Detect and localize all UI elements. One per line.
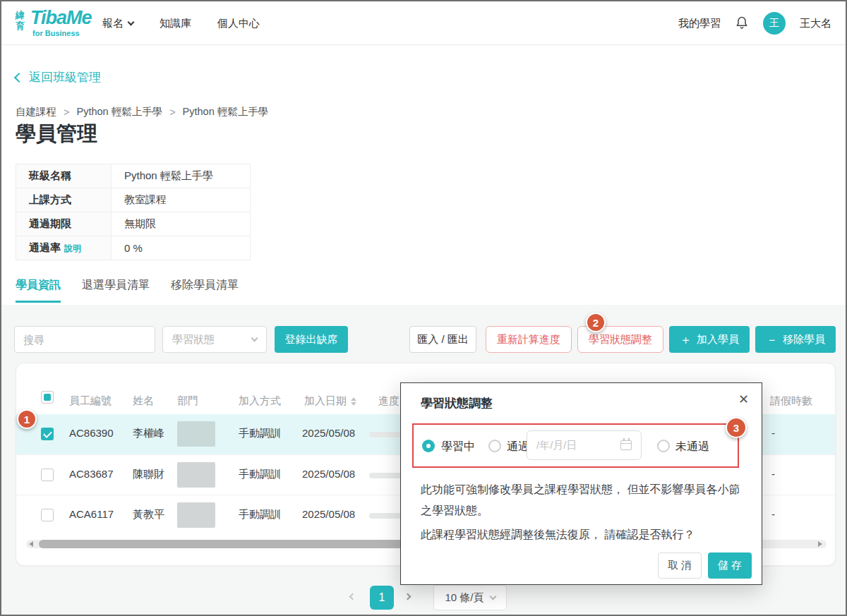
cell-join-method: 手動調訓	[239, 508, 281, 521]
brand-logo[interactable]: 緯育 TibaMe for Business	[16, 8, 92, 37]
my-learning-link[interactable]: 我的學習	[678, 17, 721, 30]
info-label: 通過率說明	[16, 236, 112, 260]
brand-logo-sub: for Business	[32, 29, 92, 37]
breadcrumb-item[interactable]: Python 輕鬆上手學	[76, 105, 162, 119]
select-all-checkbox[interactable]	[41, 391, 54, 404]
cancel-button[interactable]: 取 消	[658, 552, 702, 579]
page-title: 學員管理	[16, 120, 97, 148]
nav-item-knowledge[interactable]: 知識庫	[160, 17, 191, 30]
brand-logo-en: TibaMe	[30, 7, 92, 28]
cell-leave-hours: -	[771, 508, 775, 520]
annotation-step-1-badge: 1	[17, 409, 37, 429]
info-label: 班級名稱	[16, 164, 112, 188]
breadcrumb-separator: >	[64, 107, 69, 118]
nav-item-signup[interactable]: 報名	[102, 17, 133, 30]
cell-name: 李權峰	[133, 427, 164, 440]
avatar[interactable]: 王	[763, 12, 786, 35]
top-navbar: 緯育 TibaMe for Business 報名 知識庫 個人中心 我的學習	[1, 1, 846, 45]
attendance-button[interactable]: 登錄出缺席	[275, 326, 348, 353]
info-row: 上課方式 教室課程	[16, 188, 251, 212]
learning-status-filter[interactable]: 學習狀態	[162, 326, 267, 353]
radio-in-progress[interactable]	[422, 440, 435, 452]
row-checkbox[interactable]	[41, 469, 54, 481]
cell-join-method: 手動調訓	[239, 427, 281, 440]
cell-leave-hours: -	[771, 468, 775, 480]
modal-confirm-question: 此課程學習狀態經調整後無法復原， 請確認是否執行？	[421, 524, 745, 545]
brand-logo-cn: 緯育	[16, 11, 27, 32]
chevron-down-icon	[489, 593, 496, 600]
page-size-select[interactable]: 10 條/頁	[433, 585, 507, 610]
app-window: 緯育 TibaMe for Business 報名 知識庫 個人中心 我的學習	[0, 0, 847, 616]
breadcrumb-item[interactable]: Python 輕鬆上手學	[183, 105, 269, 119]
modal-title: 學習狀態調整	[421, 395, 493, 411]
info-label: 通過期限	[16, 212, 112, 236]
pagination-page-1[interactable]: 1	[370, 586, 394, 610]
radio-passed[interactable]	[488, 440, 501, 452]
tab-bar: 學員資訊 退選學員清單 移除學員清單	[16, 278, 239, 303]
cell-name: 黃教平	[133, 508, 164, 521]
row-checkbox[interactable]	[41, 509, 54, 521]
nav-item-personal[interactable]: 個人中心	[217, 17, 260, 30]
tab-removed-list[interactable]: 移除學員清單	[171, 278, 239, 303]
info-row: 通過期限 無期限	[16, 212, 251, 236]
pass-rate-help-link[interactable]: 說明	[64, 243, 81, 253]
annotation-step-2-badge: 2	[586, 313, 606, 332]
breadcrumb: 自建課程 > Python 輕鬆上手學 > Python 輕鬆上手學	[16, 105, 268, 119]
calendar-icon	[620, 440, 632, 450]
scroll-left-arrow-icon[interactable]	[29, 541, 33, 547]
radio-not-passed[interactable]	[657, 440, 670, 452]
info-value: Python 輕鬆上手學	[112, 164, 251, 188]
tab-withdrawn-list[interactable]: 退選學員清單	[82, 278, 150, 303]
cell-leave-hours: -	[771, 427, 775, 439]
notification-bell-icon[interactable]	[735, 15, 749, 32]
column-header-leave-hours: 請假時數	[770, 394, 812, 408]
class-info-table: 班級名稱 Python 輕鬆上手學 上課方式 教室課程 通過期限 無期限 通過率…	[16, 164, 251, 260]
info-value: 無期限	[112, 212, 251, 236]
cell-join-date: 2025/05/08	[302, 508, 355, 520]
info-label: 上課方式	[16, 188, 112, 212]
annotation-step-3-badge: 3	[726, 417, 747, 438]
add-student-button[interactable]: ＋ 加入學員	[669, 326, 750, 353]
modal-description: 此功能可強制修改學員之課程學習狀態， 但並不影響學員各小節之學習狀態。	[421, 479, 745, 521]
info-row: 通過率說明 0 %	[16, 236, 251, 260]
close-icon[interactable]: ✕	[738, 392, 749, 407]
chevron-down-icon	[128, 19, 135, 26]
search-input[interactable]	[15, 327, 169, 352]
sort-icon[interactable]	[351, 397, 356, 406]
account-area: 我的學習 王 王大名	[678, 1, 831, 45]
main-nav: 報名 知識庫 個人中心	[102, 1, 260, 45]
info-row: 班級名稱 Python 輕鬆上手學	[16, 164, 251, 188]
cell-employee-id: ACA6117	[69, 508, 114, 520]
info-value: 教室課程	[112, 188, 251, 212]
column-header-employee-id: 員工編號	[69, 394, 112, 408]
date-placeholder: /年/月/日	[536, 439, 577, 452]
column-header-progress: 進度	[378, 394, 400, 408]
search-input-wrapper	[14, 326, 155, 353]
back-to-class-management-link[interactable]: 返回班級管理	[16, 69, 101, 85]
adjust-learning-status-modal: 學習狀態調整 ✕ 學習中 通過 /年/月/日 未通過 3 此功能可強制修改學員之…	[400, 382, 762, 585]
row-checkbox[interactable]	[41, 428, 54, 440]
column-header-name: 姓名	[133, 394, 154, 408]
minus-icon: －	[766, 334, 778, 346]
remove-student-button[interactable]: － 移除學員	[755, 326, 836, 353]
info-value: 0 %	[112, 236, 251, 260]
column-header-join-method: 加入方式	[239, 394, 281, 408]
department-redacted	[177, 502, 215, 528]
department-redacted	[177, 462, 215, 488]
cell-employee-id: AC86390	[69, 427, 114, 439]
recalculate-progress-button[interactable]: 重新計算進度	[486, 326, 572, 353]
pass-date-input[interactable]: /年/月/日	[527, 430, 642, 460]
tab-student-info[interactable]: 學員資訊	[16, 278, 61, 303]
breadcrumb-item[interactable]: 自建課程	[16, 105, 56, 119]
import-export-button[interactable]: 匯入 / 匯出	[409, 326, 476, 353]
chevron-left-icon	[14, 72, 24, 82]
chevron-down-icon	[251, 335, 258, 342]
scroll-right-arrow-icon[interactable]	[818, 541, 822, 547]
department-redacted	[177, 421, 215, 447]
save-button[interactable]: 儲 存	[708, 552, 752, 579]
user-name[interactable]: 王大名	[800, 17, 831, 30]
breadcrumb-separator: >	[169, 107, 175, 118]
cell-join-method: 手動調訓	[239, 468, 281, 481]
cell-name: 陳聯財	[133, 468, 164, 481]
column-header-join-date: 加入日期	[304, 394, 356, 408]
